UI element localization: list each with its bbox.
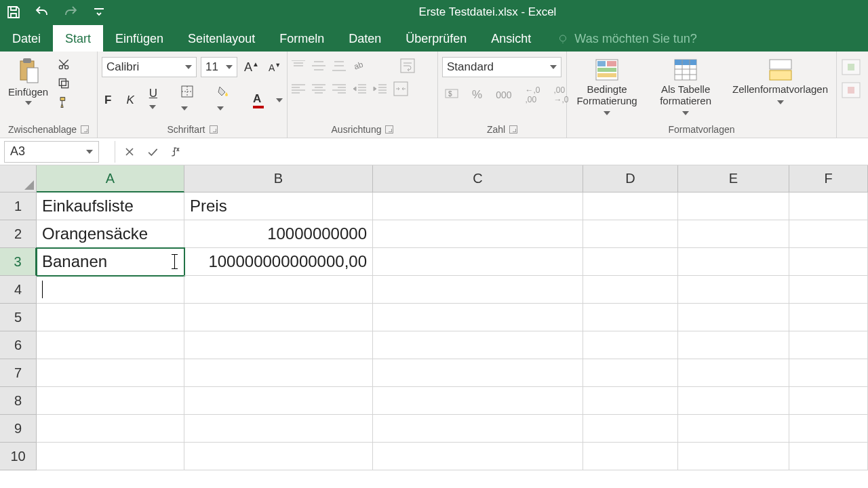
- row-header-4[interactable]: 4: [0, 276, 37, 304]
- font-name-combo[interactable]: Calibri: [102, 57, 197, 77]
- wrap-text-icon[interactable]: [400, 58, 415, 73]
- cell-D1[interactable]: [583, 192, 678, 220]
- cell-F9[interactable]: [789, 415, 868, 443]
- decrease-decimal-icon[interactable]: ,00→,0: [551, 84, 572, 106]
- cell-E6[interactable]: [678, 331, 789, 359]
- cell-B5[interactable]: [184, 304, 373, 331]
- row-header-2[interactable]: 2: [0, 220, 37, 248]
- underline-button[interactable]: U: [146, 85, 169, 115]
- cell-D10[interactable]: [583, 443, 678, 470]
- tab-ueberpruefen[interactable]: Überprüfen: [393, 25, 479, 52]
- confirm-edit-button[interactable]: [141, 141, 164, 163]
- chevron-down-icon[interactable]: [276, 98, 283, 102]
- cell-C9[interactable]: [373, 415, 583, 443]
- row-header-8[interactable]: 8: [0, 387, 37, 415]
- borders-button[interactable]: [178, 84, 205, 116]
- cell-E7[interactable]: [678, 359, 789, 387]
- cell-D6[interactable]: [583, 331, 678, 359]
- cell-B9[interactable]: [184, 415, 373, 443]
- cell-C5[interactable]: [373, 304, 583, 331]
- delete-cells-icon[interactable]: [841, 81, 861, 99]
- cell-A1[interactable]: Einkaufsliste: [37, 192, 184, 220]
- tab-seitenlayout[interactable]: Seitenlayout: [176, 25, 267, 52]
- cell-F3[interactable]: [789, 248, 868, 276]
- tab-start[interactable]: Start: [53, 25, 103, 52]
- comma-format-icon[interactable]: 000: [493, 88, 514, 102]
- cell-E10[interactable]: [678, 443, 789, 470]
- tell-me-search[interactable]: Was möchten Sie tun?: [557, 32, 696, 52]
- name-box[interactable]: A3: [4, 141, 99, 163]
- undo-icon[interactable]: [34, 4, 50, 20]
- row-header-5[interactable]: 5: [0, 304, 37, 331]
- row-header-6[interactable]: 6: [0, 331, 37, 359]
- format-painter-icon[interactable]: [56, 95, 71, 110]
- tab-daten[interactable]: Daten: [336, 25, 393, 52]
- tab-einfuegen[interactable]: Einfügen: [103, 25, 176, 52]
- decrease-font-icon[interactable]: A▼: [266, 60, 283, 75]
- cell-A9[interactable]: [37, 415, 184, 443]
- cell-A10[interactable]: [37, 443, 184, 470]
- insert-cells-icon[interactable]: [841, 58, 861, 76]
- row-header-9[interactable]: 9: [0, 415, 37, 443]
- row-header-7[interactable]: 7: [0, 359, 37, 387]
- col-header-C[interactable]: C: [373, 165, 583, 192]
- qat-customize-icon[interactable]: [91, 4, 107, 20]
- formula-input[interactable]: [187, 141, 868, 163]
- tab-datei[interactable]: Datei: [0, 25, 53, 52]
- cell-D4[interactable]: [583, 276, 678, 304]
- cell-B1[interactable]: Preis: [184, 192, 373, 220]
- cell-D7[interactable]: [583, 359, 678, 387]
- cell-B2[interactable]: 10000000000: [184, 220, 373, 248]
- cancel-edit-button[interactable]: [118, 141, 141, 163]
- cell-F10[interactable]: [789, 443, 868, 470]
- cell-A3[interactable]: Bananen: [37, 248, 184, 276]
- cell-C2[interactable]: [373, 220, 583, 248]
- percent-format-icon[interactable]: %: [469, 87, 485, 103]
- tab-formeln[interactable]: Formeln: [267, 25, 336, 52]
- launcher-icon[interactable]: [210, 125, 218, 134]
- paste-button[interactable]: Einfügen: [4, 54, 52, 108]
- increase-font-icon[interactable]: A▲: [241, 59, 262, 76]
- save-icon[interactable]: [5, 4, 22, 20]
- cell-B8[interactable]: [184, 387, 373, 415]
- cell-B7[interactable]: [184, 359, 373, 387]
- copy-icon[interactable]: [56, 76, 71, 91]
- cell-F6[interactable]: [789, 331, 868, 359]
- launcher-icon[interactable]: [509, 125, 517, 134]
- cell-D8[interactable]: [583, 387, 678, 415]
- cell-B4[interactable]: [184, 276, 373, 304]
- conditional-formatting-button[interactable]: BedingteFormatierung: [571, 56, 643, 121]
- increase-indent-icon[interactable]: [373, 83, 387, 94]
- row-header-3[interactable]: 3: [0, 248, 37, 276]
- cell-F1[interactable]: [789, 192, 868, 220]
- cell-C7[interactable]: [373, 359, 583, 387]
- cell-A6[interactable]: [37, 331, 184, 359]
- launcher-icon[interactable]: [81, 125, 89, 134]
- cell-D9[interactable]: [583, 415, 678, 443]
- cell-styles-button[interactable]: Zellenformatvorlagen: [728, 56, 832, 109]
- col-header-F[interactable]: F: [789, 165, 868, 192]
- cell-C3[interactable]: [373, 248, 583, 276]
- italic-button[interactable]: K: [123, 92, 136, 108]
- cell-A2[interactable]: Orangensäcke: [37, 220, 184, 248]
- fill-color-button[interactable]: [214, 84, 241, 116]
- cell-B6[interactable]: [184, 331, 373, 359]
- format-as-table-button[interactable]: Als Tabelleformatieren: [654, 56, 717, 121]
- cell-E1[interactable]: [678, 192, 789, 220]
- cell-F8[interactable]: [789, 387, 868, 415]
- cell-C10[interactable]: [373, 443, 583, 470]
- align-center-icon[interactable]: [312, 83, 326, 94]
- cell-F2[interactable]: [789, 220, 868, 248]
- cell-D2[interactable]: [583, 220, 678, 248]
- cell-E4[interactable]: [678, 276, 789, 304]
- cell-E3[interactable]: [678, 248, 789, 276]
- bold-button[interactable]: F: [102, 92, 114, 108]
- row-header-10[interactable]: 10: [0, 443, 37, 470]
- tab-ansicht[interactable]: Ansicht: [479, 25, 543, 52]
- cell-E8[interactable]: [678, 387, 789, 415]
- font-color-button[interactable]: A: [250, 91, 267, 110]
- cut-icon[interactable]: [56, 57, 71, 72]
- cell-A5[interactable]: [37, 304, 184, 331]
- col-header-B[interactable]: B: [184, 165, 373, 192]
- accounting-format-icon[interactable]: $: [442, 86, 461, 104]
